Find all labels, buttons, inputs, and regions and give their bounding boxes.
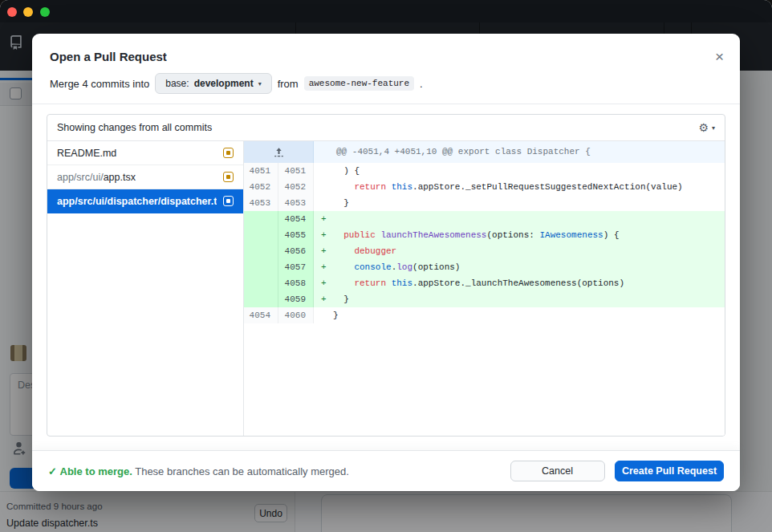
gear-icon: ⚙ [698, 122, 709, 133]
hunk-header-row: @@ -4051,4 +4051,10 @@ export class Disp… [244, 141, 725, 163]
diff-line[interactable]: 4055+ public launchTheAwesomeness(option… [244, 227, 725, 243]
footer-buttons: Cancel Create Pull Request [510, 461, 724, 481]
diff-line[interactable]: 40524052 return this.appStore._setPullRe… [244, 179, 725, 195]
diff-marker [314, 179, 333, 195]
diff-marker: + [314, 211, 333, 227]
modified-file-icon [223, 148, 234, 158]
old-line-number [244, 227, 278, 243]
diff-marker: + [314, 227, 333, 243]
merge-status: ✓ Able to merge. These branches can be a… [48, 465, 349, 477]
file-row[interactable]: app/src/ui/dispatcher/dispatcher.ts [47, 189, 243, 213]
new-line-number: 4051 [278, 163, 314, 179]
diff-marker: + [314, 291, 333, 307]
file-row[interactable]: README.md [47, 141, 243, 165]
old-line-number [244, 243, 278, 259]
old-line-number [244, 291, 278, 307]
zoom-window-button[interactable] [40, 7, 50, 17]
old-line-number [244, 211, 278, 227]
diff-options-dropdown[interactable]: ⚙ ▾ [698, 122, 715, 133]
new-line-number: 4054 [278, 211, 314, 227]
new-line-number: 4058 [278, 275, 314, 291]
diff-marker [314, 163, 333, 179]
code-text [333, 211, 725, 227]
base-branch-dropdown[interactable]: base: development ▾ [155, 73, 271, 94]
old-line-number: 4053 [244, 195, 278, 211]
file-row[interactable]: app/src/ui/app.tsx [47, 165, 243, 189]
diff-line[interactable]: 40514051 ) { [244, 163, 725, 179]
new-line-number: 4052 [278, 179, 314, 195]
code-text: debugger [333, 243, 725, 259]
diff-lines: 40514051 ) {40524052 return this.appStor… [244, 163, 725, 323]
diff-marker [314, 195, 333, 211]
window-controls [0, 0, 64, 22]
diff-line[interactable]: 4056+ debugger [244, 243, 725, 259]
code-text: public launchTheAwesomeness(options: IAw… [333, 227, 725, 243]
old-line-number: 4051 [244, 163, 278, 179]
period-text: . [420, 78, 423, 90]
code-text: } [333, 307, 725, 323]
new-line-number: 4060 [278, 307, 314, 323]
code-text: return this.appStore._launchTheAwesomene… [333, 275, 725, 291]
minimize-window-button[interactable] [23, 7, 33, 17]
diff-marker: + [314, 259, 333, 275]
close-window-button[interactable] [7, 7, 17, 17]
new-line-number: 4055 [278, 227, 314, 243]
diff-marker: + [314, 275, 333, 291]
new-line-number: 4059 [278, 291, 314, 307]
merge-prefix-text: Merge 4 commits into [50, 78, 149, 90]
file-path: app/src/ui/app.tsx [57, 172, 217, 183]
app-window: Desc Committed 9 hours ago Update dispat… [0, 0, 772, 532]
create-pull-request-button[interactable]: Create Pull Request [615, 461, 724, 481]
base-label: base: [165, 78, 189, 89]
diff-marker: + [314, 243, 333, 259]
code-text: return this.appStore._setPullRequestSugg… [333, 179, 725, 195]
merge-status-rest: These branches can be automatically merg… [135, 465, 349, 477]
modified-file-icon [223, 172, 234, 182]
file-path: README.md [57, 148, 217, 159]
dialog-footer: ✓ Able to merge. These branches can be a… [32, 450, 740, 491]
changes-panel: Showing changes from all commits ⚙ ▾ REA… [47, 114, 725, 437]
head-branch-ref: awesome-new-feature [304, 76, 414, 91]
cancel-button[interactable]: Cancel [510, 461, 605, 481]
modified-file-icon [223, 196, 234, 206]
diff-view: @@ -4051,4 +4051,10 @@ export class Disp… [244, 141, 725, 436]
diff-line[interactable]: 4054+ [244, 211, 725, 227]
dialog-title: Open a Pull Request [50, 50, 722, 63]
showing-changes-label: Showing changes from all commits [57, 122, 212, 133]
old-line-number: 4052 [244, 179, 278, 195]
expand-hunk-up-icon[interactable] [244, 141, 314, 163]
base-branch-name: development [194, 78, 254, 89]
changes-panel-header: Showing changes from all commits ⚙ ▾ [47, 115, 725, 141]
old-line-number: 4054 [244, 307, 278, 323]
merge-summary-row: Merge 4 commits into base: development ▾… [32, 63, 740, 104]
code-text: } [333, 291, 725, 307]
file-path: app/src/ui/dispatcher/dispatcher.ts [57, 196, 217, 207]
close-dialog-icon[interactable]: × [715, 50, 724, 63]
diff-line[interactable]: 4059+ } [244, 291, 725, 307]
new-line-number: 4056 [278, 243, 314, 259]
code-text: ) { [333, 163, 725, 179]
diff-line[interactable]: 40544060} [244, 307, 725, 323]
open-pull-request-dialog: Open a Pull Request × Merge 4 commits in… [32, 34, 740, 491]
chevron-down-icon: ▾ [258, 80, 262, 87]
old-line-number [244, 275, 278, 291]
merge-status-strong: Able to merge. [60, 465, 132, 477]
check-icon: ✓ [48, 465, 57, 477]
file-list: README.mdapp/src/ui/app.tsxapp/src/ui/di… [47, 141, 244, 436]
new-line-number: 4057 [278, 259, 314, 275]
hunk-header-text: @@ -4051,4 +4051,10 @@ export class Disp… [314, 141, 725, 163]
changes-panel-body: README.mdapp/src/ui/app.tsxapp/src/ui/di… [47, 141, 725, 436]
old-line-number [244, 259, 278, 275]
diff-marker [314, 307, 333, 323]
new-line-number: 4053 [278, 195, 314, 211]
chevron-down-icon: ▾ [712, 124, 715, 132]
from-label: from [278, 78, 299, 90]
diff-line[interactable]: 4057+ console.log(options) [244, 259, 725, 275]
diff-line[interactable]: 40534053 } [244, 195, 725, 211]
dialog-header: Open a Pull Request × [32, 34, 740, 63]
code-text: console.log(options) [333, 259, 725, 275]
diff-line[interactable]: 4058+ return this.appStore._launchTheAwe… [244, 275, 725, 291]
code-text: } [333, 195, 725, 211]
